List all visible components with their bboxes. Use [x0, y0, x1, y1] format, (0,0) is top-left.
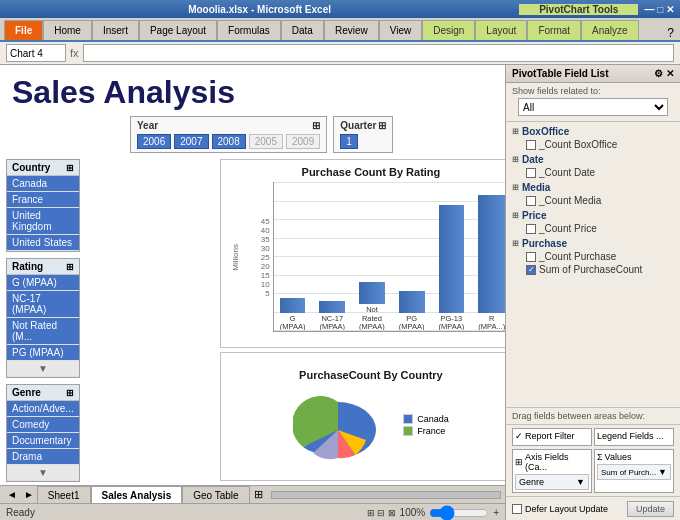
pivot-field-boxoffice-header[interactable]: ⊞ BoxOffice [512, 125, 674, 138]
sheet-tab-add[interactable]: ⊞ [250, 488, 267, 501]
genre-slicer-icon[interactable]: ⊞ [66, 388, 74, 398]
sheet-tab-sales-analysis[interactable]: Sales Analysis [91, 486, 183, 504]
sheet-tabs: ◄ ► Sheet1 Sales Analysis Geo Table ⊞ [0, 485, 505, 503]
tab-data[interactable]: Data [281, 20, 324, 40]
pivot-field-price-header[interactable]: ⊞ Price [512, 209, 674, 222]
checkbox-count-price[interactable] [526, 224, 536, 234]
pivot-show-label: Show fields related to: [512, 86, 674, 96]
pivot-field-date-header[interactable]: ⊞ Date [512, 153, 674, 166]
axis-fields-value: Genre [519, 477, 544, 487]
year-filter: Year ⊞ 2006 2007 2008 2005 2009 [130, 116, 327, 153]
slicer-item-g[interactable]: G (MPAA) [7, 275, 79, 291]
bar-label-pg: PG (MPAA) [399, 315, 425, 332]
tab-analyze[interactable]: Analyze [581, 20, 639, 40]
slicer-item-us[interactable]: United States [7, 235, 79, 251]
sheet-tab-sheet1[interactable]: Sheet1 [37, 486, 91, 504]
pivot-subheader: Show fields related to: All [506, 83, 680, 122]
tab-layout[interactable]: Layout [475, 20, 527, 40]
y-axis: 45 40 35 30 25 20 15 10 5 [243, 217, 273, 298]
pivot-dropdown[interactable]: All [518, 98, 668, 116]
pivot-field-purchase-header[interactable]: ⊞ Purchase [512, 237, 674, 250]
year-2008[interactable]: 2008 [212, 134, 246, 149]
sheet-tab-geo-table[interactable]: Geo Table [182, 486, 249, 504]
quarter-filter-icon[interactable]: ⊞ [378, 120, 386, 131]
update-button[interactable]: Update [627, 501, 674, 517]
axis-fields-dropdown[interactable]: ▼ [576, 477, 585, 487]
bar-chart-inner: Millions 45 40 35 30 25 20 15 10 5 [231, 182, 505, 332]
pivot-close-icon[interactable]: ✕ [666, 68, 674, 79]
checkbox-count-boxoffice[interactable] [526, 140, 536, 150]
pivot-field-count-price[interactable]: _Count Price [512, 222, 674, 235]
tab-file[interactable]: File [4, 20, 43, 40]
help-icon[interactable]: ? [661, 26, 680, 40]
slicer-item-france[interactable]: France [7, 192, 79, 208]
slicer-item-uk[interactable]: United Kingdom [7, 208, 79, 235]
slicer-item-drama[interactable]: Drama [7, 449, 79, 465]
bar-label-pg13: PG-13 (MPAA) [439, 315, 465, 332]
year-2006[interactable]: 2006 [137, 134, 171, 149]
year-2007[interactable]: 2007 [174, 134, 208, 149]
bar-g [280, 298, 306, 313]
slicer-item-notrated[interactable]: Not Rated (M... [7, 318, 79, 345]
slicer-item-action[interactable]: Action/Adve... [7, 401, 79, 417]
slicer-item-documentary[interactable]: Documentary [7, 433, 79, 449]
legend-france-label: France [417, 426, 445, 436]
year-filter-icon[interactable]: ⊞ [312, 120, 320, 131]
country-slicer-icon[interactable]: ⊞ [66, 163, 74, 173]
zoom-slider[interactable] [429, 507, 489, 519]
values-dropdown[interactable]: ▼ [658, 467, 667, 477]
pivot-field-media-header[interactable]: ⊞ Media [512, 181, 674, 194]
checkbox-count-purchase[interactable] [526, 252, 536, 262]
legend-canada: Canada [403, 414, 449, 424]
expand-date: ⊞ [512, 155, 519, 164]
pivot-field-count-boxoffice[interactable]: _Count BoxOffice [512, 138, 674, 151]
quarter-1[interactable]: 1 [340, 134, 358, 149]
slicer-genre-scrollbar[interactable]: ▼ [7, 465, 79, 481]
status-icons[interactable]: ⊞ ⊟ ⊠ [367, 508, 396, 518]
rating-slicer-icon[interactable]: ⊞ [66, 262, 74, 272]
slicer-item-comedy[interactable]: Comedy [7, 417, 79, 433]
slicers-column: Country ⊞ Canada France United Kingdom U… [0, 155, 86, 485]
sheet-nav-left[interactable]: ◄ [4, 489, 20, 500]
tab-home[interactable]: Home [43, 20, 92, 40]
pivot-field-count-purchase[interactable]: _Count Purchase [512, 250, 674, 263]
bar-chart: Purchase Count By Rating Millions 45 40 … [220, 159, 505, 348]
zoom-plus[interactable]: + [493, 507, 499, 518]
year-2005[interactable]: 2005 [249, 134, 283, 149]
tab-insert[interactable]: Insert [92, 20, 139, 40]
year-2009[interactable]: 2009 [286, 134, 320, 149]
values-content[interactable]: Sum of Purch... ▼ [597, 464, 671, 480]
pivot-settings-icon[interactable]: ⚙ [654, 68, 663, 79]
formula-bar[interactable] [83, 44, 674, 62]
pivot-area-axis-header: ⊞ Axis Fields (Ca... [515, 452, 589, 472]
tab-format[interactable]: Format [527, 20, 581, 40]
tab-view[interactable]: View [379, 20, 423, 40]
sheet-nav-right[interactable]: ► [21, 489, 37, 500]
country-slicer-header: Country ⊞ [7, 160, 79, 176]
window-controls[interactable]: — □ ✕ [638, 4, 680, 15]
checkbox-sum-purchasecount[interactable]: ✓ [526, 265, 536, 275]
pivot-field-sum-purchasecount[interactable]: ✓ Sum of PurchaseCount [512, 263, 674, 276]
horizontal-scrollbar[interactable] [271, 491, 501, 499]
slicer-item-pg[interactable]: PG (MPAA) [7, 345, 79, 361]
slicer-rating-scrollbar[interactable]: ▼ [7, 361, 79, 377]
pivot-field-count-date[interactable]: _Count Date [512, 166, 674, 179]
chart-name-input[interactable] [6, 44, 66, 62]
slicer-item-canada[interactable]: Canada [7, 176, 79, 192]
genre-slicer-items: Action/Adve... Comedy Documentary Drama … [7, 401, 79, 481]
content-row: Country ⊞ Canada France United Kingdom U… [0, 155, 505, 485]
tab-design[interactable]: Design [422, 20, 475, 40]
tab-review[interactable]: Review [324, 20, 379, 40]
tab-page-layout[interactable]: Page Layout [139, 20, 217, 40]
checkbox-count-media[interactable] [526, 196, 536, 206]
pie-chart-title: PurchaseCount By Country [299, 369, 443, 381]
pivot-areas-row2: ⊞ Axis Fields (Ca... Genre ▼ Σ Values Su… [506, 449, 680, 496]
slicer-item-nc17[interactable]: NC-17 (MPAA) [7, 291, 79, 318]
defer-checkbox-box[interactable] [512, 504, 522, 514]
axis-fields-content[interactable]: Genre ▼ [515, 474, 589, 490]
checkbox-count-date[interactable] [526, 168, 536, 178]
pivot-field-count-media[interactable]: _Count Media [512, 194, 674, 207]
tab-formulas[interactable]: Formulas [217, 20, 281, 40]
defer-layout-update[interactable]: Defer Layout Update [512, 504, 608, 514]
legend-canada-label: Canada [417, 414, 449, 424]
